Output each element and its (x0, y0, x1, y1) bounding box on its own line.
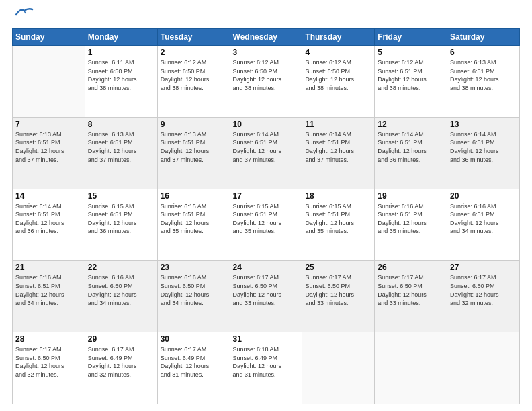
calendar-week-row: 7Sunrise: 6:13 AM Sunset: 6:51 PM Daylig… (13, 117, 520, 189)
day-number: 15 (88, 191, 154, 201)
calendar-cell: 24Sunrise: 6:17 AM Sunset: 6:50 PM Dayli… (230, 261, 302, 332)
cell-info: Sunrise: 6:12 AM Sunset: 6:51 PM Dayligh… (378, 58, 444, 92)
day-number: 31 (233, 334, 300, 344)
calendar-cell (447, 332, 520, 404)
weekday-header-saturday: Saturday (447, 29, 520, 46)
cell-info: Sunrise: 6:16 AM Sunset: 6:51 PM Dayligh… (15, 273, 82, 307)
cell-info: Sunrise: 6:12 AM Sunset: 6:50 PM Dayligh… (161, 58, 227, 92)
day-number: 14 (15, 191, 82, 201)
day-number: 8 (88, 120, 154, 129)
calendar-table: SundayMondayTuesdayWednesdayThursdayFrid… (12, 28, 520, 404)
calendar-cell: 3Sunrise: 6:12 AM Sunset: 6:50 PM Daylig… (230, 46, 302, 118)
cell-info: Sunrise: 6:18 AM Sunset: 6:49 PM Dayligh… (233, 345, 300, 379)
day-number: 10 (233, 120, 300, 129)
cell-info: Sunrise: 6:17 AM Sunset: 6:50 PM Dayligh… (233, 273, 300, 307)
calendar-cell: 6Sunrise: 6:13 AM Sunset: 6:51 PM Daylig… (447, 46, 520, 118)
cell-info: Sunrise: 6:13 AM Sunset: 6:51 PM Dayligh… (450, 58, 517, 92)
weekday-header-thursday: Thursday (302, 29, 375, 46)
calendar-cell: 31Sunrise: 6:18 AM Sunset: 6:49 PM Dayli… (230, 332, 302, 404)
day-number: 5 (378, 48, 444, 57)
day-number: 16 (161, 191, 227, 201)
cell-info: Sunrise: 6:16 AM Sunset: 6:50 PM Dayligh… (161, 273, 227, 307)
calendar-cell: 30Sunrise: 6:17 AM Sunset: 6:49 PM Dayli… (157, 332, 230, 404)
calendar-cell: 13Sunrise: 6:14 AM Sunset: 6:51 PM Dayli… (447, 117, 520, 189)
day-number: 23 (161, 263, 227, 272)
day-number: 1 (88, 48, 154, 57)
calendar-week-row: 1Sunrise: 6:11 AM Sunset: 6:50 PM Daylig… (13, 46, 520, 118)
calendar-cell: 14Sunrise: 6:14 AM Sunset: 6:51 PM Dayli… (13, 189, 85, 261)
calendar-cell: 8Sunrise: 6:13 AM Sunset: 6:51 PM Daylig… (85, 117, 157, 189)
calendar-cell (302, 332, 375, 404)
calendar-cell: 27Sunrise: 6:17 AM Sunset: 6:50 PM Dayli… (447, 261, 520, 332)
weekday-header-sunday: Sunday (13, 29, 85, 46)
day-number: 18 (305, 191, 371, 201)
day-number: 28 (15, 334, 82, 344)
day-number: 25 (305, 263, 371, 272)
day-number: 26 (378, 263, 444, 272)
calendar-cell (375, 332, 447, 404)
calendar-cell: 11Sunrise: 6:14 AM Sunset: 6:51 PM Dayli… (302, 117, 375, 189)
cell-info: Sunrise: 6:17 AM Sunset: 6:50 PM Dayligh… (15, 345, 82, 379)
day-number: 30 (161, 334, 227, 344)
weekday-header-tuesday: Tuesday (157, 29, 230, 46)
calendar-cell: 26Sunrise: 6:17 AM Sunset: 6:50 PM Dayli… (375, 261, 447, 332)
weekday-header-friday: Friday (375, 29, 447, 46)
weekday-header-wednesday: Wednesday (230, 29, 302, 46)
cell-info: Sunrise: 6:17 AM Sunset: 6:49 PM Dayligh… (88, 345, 154, 379)
day-number: 17 (233, 191, 300, 201)
cell-info: Sunrise: 6:11 AM Sunset: 6:50 PM Dayligh… (88, 58, 154, 92)
cell-info: Sunrise: 6:16 AM Sunset: 6:51 PM Dayligh… (450, 202, 517, 236)
calendar-week-row: 14Sunrise: 6:14 AM Sunset: 6:51 PM Dayli… (13, 189, 520, 261)
day-number: 19 (378, 191, 444, 201)
cell-info: Sunrise: 6:15 AM Sunset: 6:51 PM Dayligh… (161, 202, 227, 236)
cell-info: Sunrise: 6:17 AM Sunset: 6:50 PM Dayligh… (450, 273, 517, 307)
day-number: 2 (161, 48, 227, 57)
cell-info: Sunrise: 6:14 AM Sunset: 6:51 PM Dayligh… (15, 202, 82, 236)
cell-info: Sunrise: 6:16 AM Sunset: 6:50 PM Dayligh… (88, 273, 154, 307)
cell-info: Sunrise: 6:17 AM Sunset: 6:50 PM Dayligh… (305, 273, 371, 307)
weekday-header-monday: Monday (85, 29, 157, 46)
logo (12, 12, 34, 21)
calendar-cell: 5Sunrise: 6:12 AM Sunset: 6:51 PM Daylig… (375, 46, 447, 118)
day-number: 24 (233, 263, 300, 272)
calendar-cell: 16Sunrise: 6:15 AM Sunset: 6:51 PM Dayli… (157, 189, 230, 261)
cell-info: Sunrise: 6:13 AM Sunset: 6:51 PM Dayligh… (15, 130, 82, 164)
calendar-week-row: 21Sunrise: 6:16 AM Sunset: 6:51 PM Dayli… (13, 261, 520, 332)
day-number: 9 (161, 120, 227, 129)
day-number: 13 (450, 120, 517, 129)
day-number: 11 (305, 120, 371, 129)
cell-info: Sunrise: 6:15 AM Sunset: 6:51 PM Dayligh… (305, 202, 371, 236)
calendar-cell: 18Sunrise: 6:15 AM Sunset: 6:51 PM Dayli… (302, 189, 375, 261)
cell-info: Sunrise: 6:14 AM Sunset: 6:51 PM Dayligh… (450, 130, 517, 164)
page: SundayMondayTuesdayWednesdayThursdayFrid… (0, 0, 532, 411)
calendar-cell: 15Sunrise: 6:15 AM Sunset: 6:51 PM Dayli… (85, 189, 157, 261)
calendar-cell: 22Sunrise: 6:16 AM Sunset: 6:50 PM Dayli… (85, 261, 157, 332)
calendar-cell: 7Sunrise: 6:13 AM Sunset: 6:51 PM Daylig… (13, 117, 85, 189)
cell-info: Sunrise: 6:14 AM Sunset: 6:51 PM Dayligh… (233, 130, 300, 164)
calendar-cell: 23Sunrise: 6:16 AM Sunset: 6:50 PM Dayli… (157, 261, 230, 332)
calendar-cell: 10Sunrise: 6:14 AM Sunset: 6:51 PM Dayli… (230, 117, 302, 189)
logo-bird-icon (15, 7, 34, 21)
cell-info: Sunrise: 6:14 AM Sunset: 6:51 PM Dayligh… (305, 130, 371, 164)
calendar-cell: 28Sunrise: 6:17 AM Sunset: 6:50 PM Dayli… (13, 332, 85, 404)
day-number: 21 (15, 263, 82, 272)
calendar-header-row: SundayMondayTuesdayWednesdayThursdayFrid… (13, 29, 520, 46)
day-number: 22 (88, 263, 154, 272)
calendar-cell: 17Sunrise: 6:15 AM Sunset: 6:51 PM Dayli… (230, 189, 302, 261)
cell-info: Sunrise: 6:13 AM Sunset: 6:51 PM Dayligh… (88, 130, 154, 164)
calendar-cell: 21Sunrise: 6:16 AM Sunset: 6:51 PM Dayli… (13, 261, 85, 332)
cell-info: Sunrise: 6:14 AM Sunset: 6:51 PM Dayligh… (378, 130, 444, 164)
day-number: 20 (450, 191, 517, 201)
cell-info: Sunrise: 6:17 AM Sunset: 6:50 PM Dayligh… (378, 273, 444, 307)
calendar-cell: 29Sunrise: 6:17 AM Sunset: 6:49 PM Dayli… (85, 332, 157, 404)
day-number: 7 (15, 120, 82, 129)
day-number: 3 (233, 48, 300, 57)
cell-info: Sunrise: 6:16 AM Sunset: 6:51 PM Dayligh… (378, 202, 444, 236)
cell-info: Sunrise: 6:13 AM Sunset: 6:51 PM Dayligh… (161, 130, 227, 164)
day-number: 6 (450, 48, 517, 57)
day-number: 4 (305, 48, 371, 57)
header (12, 12, 520, 21)
calendar-cell: 19Sunrise: 6:16 AM Sunset: 6:51 PM Dayli… (375, 189, 447, 261)
day-number: 12 (378, 120, 444, 129)
day-number: 27 (450, 263, 517, 272)
